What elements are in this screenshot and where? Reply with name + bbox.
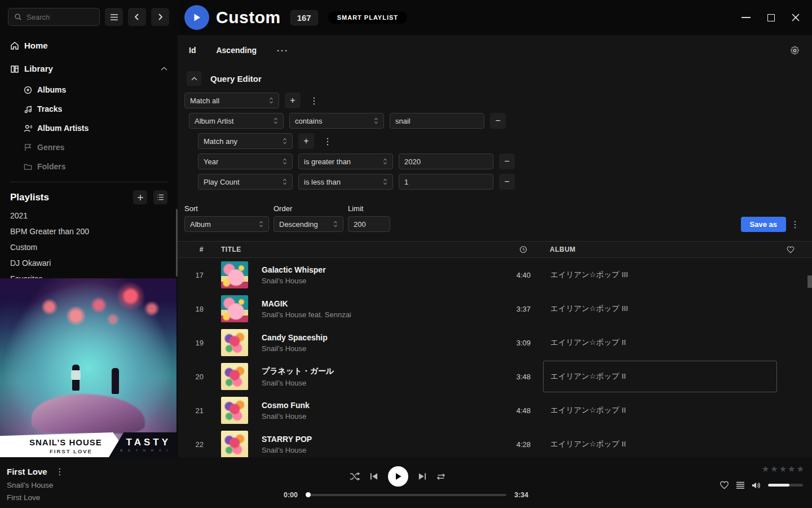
- add-group-rule-button[interactable]: +: [298, 133, 314, 149]
- sidebar-item-folders[interactable]: Folders: [0, 157, 178, 176]
- nav-back-button[interactable]: [128, 8, 146, 26]
- group-rule1-operator-select[interactable]: is greater than: [298, 154, 393, 169]
- sort-order-button[interactable]: Ascending: [216, 46, 257, 55]
- order-select[interactable]: Descending: [273, 216, 343, 232]
- seek-knob[interactable]: [306, 492, 311, 497]
- table-scrollbar[interactable]: [807, 275, 812, 288]
- settings-gear-button[interactable]: [790, 46, 800, 55]
- duration-clock-icon[interactable]: [519, 246, 531, 253]
- menu-button[interactable]: [105, 8, 123, 26]
- next-button[interactable]: [418, 472, 426, 480]
- rating-stars[interactable]: ★★★★★: [720, 464, 804, 474]
- queue-button[interactable]: [736, 481, 745, 489]
- track-title[interactable]: Cosmo Funk: [262, 401, 497, 410]
- album-art-thumb[interactable]: [221, 363, 248, 390]
- sidebar-item-album-artists[interactable]: Album Artists: [0, 119, 178, 138]
- sort-field-button[interactable]: Id: [189, 46, 196, 55]
- add-rule-button[interactable]: +: [285, 93, 301, 108]
- sidebar-item-library[interactable]: Library: [0, 57, 178, 80]
- track-artist[interactable]: Snail’s House: [262, 446, 497, 454]
- sidebar-item-home[interactable]: Home: [0, 34, 178, 57]
- search-box[interactable]: [8, 8, 100, 26]
- playlist-item[interactable]: DJ Okawari: [0, 255, 178, 271]
- close-button[interactable]: [787, 9, 804, 26]
- sidebar-item-albums[interactable]: Albums: [0, 80, 178, 99]
- track-title[interactable]: Galactic Whisper: [262, 265, 497, 274]
- column-header-title[interactable]: TITLE: [211, 246, 497, 253]
- favorite-column-icon[interactable]: [787, 246, 812, 253]
- star-icon[interactable]: ★: [797, 464, 804, 474]
- album-art-thumb[interactable]: [221, 261, 248, 288]
- star-icon[interactable]: ★: [788, 464, 795, 474]
- table-row[interactable]: 19 Candy Spaceship Snail’s House 3:09 エイ…: [178, 326, 812, 360]
- table-row[interactable]: 17 Galactic Whisper Snail’s House 4:40 エ…: [178, 258, 812, 292]
- album-cell[interactable]: エイリアン☆ポップ II: [543, 327, 777, 358]
- toolbar-more-button[interactable]: ···: [277, 46, 289, 55]
- save-as-button[interactable]: Save as: [741, 217, 786, 232]
- table-row[interactable]: 18 MAGIK Snail’s House feat. Sennzai 3:3…: [178, 292, 812, 326]
- track-artist[interactable]: Snail’s House: [262, 412, 497, 421]
- rule-operator-select[interactable]: contains: [289, 113, 384, 129]
- save-menu-button[interactable]: ⋮: [789, 217, 801, 232]
- album-cell[interactable]: エイリアン☆ポップ II: [543, 361, 777, 392]
- track-title[interactable]: MAGIK: [262, 299, 497, 308]
- playlist-item[interactable]: 2021: [0, 208, 178, 224]
- minimize-button[interactable]: [738, 9, 754, 26]
- album-cell[interactable]: エイリアン☆ポップ II: [543, 428, 777, 457]
- now-playing-menu-button[interactable]: ⋮: [55, 466, 64, 477]
- remove-rule-button[interactable]: −: [490, 113, 506, 129]
- track-title[interactable]: プラネット・ガール: [262, 366, 497, 376]
- remove-group-rule2-button[interactable]: −: [499, 174, 515, 190]
- playlist-item[interactable]: BPM Greater than 200: [0, 224, 178, 239]
- play-button[interactable]: [388, 466, 408, 487]
- album-cell[interactable]: エイリアン☆ポップ III: [543, 259, 777, 291]
- track-artist[interactable]: Snail’s House: [262, 344, 497, 353]
- limit-input[interactable]: [348, 216, 390, 232]
- add-playlist-button[interactable]: [133, 190, 147, 204]
- now-playing-album[interactable]: First Love: [7, 493, 169, 502]
- group-rule2-field-select[interactable]: Play Count: [198, 174, 293, 190]
- table-row[interactable]: 22 STARRY POP Snail’s House 4:28 エイリアン☆ポ…: [178, 427, 812, 457]
- shuffle-button[interactable]: [350, 472, 360, 481]
- rule-field-select[interactable]: Album Artist: [189, 113, 284, 129]
- playlist-item[interactable]: Custom: [0, 239, 178, 255]
- rule-menu-button[interactable]: ⋮: [306, 93, 322, 108]
- sort-select[interactable]: Album: [184, 216, 269, 232]
- maximize-button[interactable]: [762, 9, 779, 26]
- track-artist[interactable]: Snail’s House: [262, 277, 497, 285]
- album-cell[interactable]: エイリアン☆ポップ II: [543, 395, 777, 426]
- group-rule1-field-select[interactable]: Year: [198, 154, 293, 169]
- seek-bar[interactable]: [306, 494, 506, 496]
- track-title[interactable]: STARRY POP: [262, 435, 497, 444]
- playlist-list-button[interactable]: [153, 190, 167, 204]
- volume-icon[interactable]: [752, 481, 761, 489]
- volume-slider[interactable]: [768, 484, 803, 487]
- column-header-album[interactable]: ALBUM: [543, 246, 777, 253]
- album-cell[interactable]: エイリアン☆ポップ III: [543, 293, 777, 325]
- previous-button[interactable]: [370, 472, 378, 480]
- nav-forward-button[interactable]: [151, 8, 169, 26]
- track-artist[interactable]: Snail’s House feat. Sennzai: [262, 310, 497, 319]
- play-playlist-button[interactable]: [184, 5, 209, 30]
- group-rule1-value-input[interactable]: [399, 154, 493, 169]
- star-icon[interactable]: ★: [762, 464, 769, 474]
- repeat-button[interactable]: [436, 472, 446, 481]
- sidebar-item-tracks[interactable]: Tracks: [0, 99, 178, 119]
- track-artist[interactable]: Snail’s House: [262, 379, 497, 387]
- group-rule2-operator-select[interactable]: is less than: [298, 174, 393, 190]
- remove-group-rule1-button[interactable]: −: [499, 154, 515, 169]
- album-art-thumb[interactable]: [221, 431, 248, 457]
- rule-value-input[interactable]: [390, 113, 484, 129]
- table-row[interactable]: 20 プラネット・ガール Snail’s House 3:48 エイリアン☆ポッ…: [178, 360, 812, 393]
- chevron-up-icon[interactable]: [161, 67, 167, 71]
- group-menu-button[interactable]: ⋮: [320, 133, 336, 149]
- table-row[interactable]: 21 Cosmo Funk Snail’s House 4:48 エイリアン☆ポ…: [178, 393, 812, 427]
- track-title[interactable]: Candy Spaceship: [262, 333, 497, 342]
- star-icon[interactable]: ★: [779, 464, 787, 474]
- album-art-thumb[interactable]: [221, 329, 248, 356]
- search-input[interactable]: [27, 13, 89, 21]
- album-art-thumb[interactable]: [221, 295, 248, 322]
- album-art-thumb[interactable]: [221, 397, 248, 424]
- favorite-heart-button[interactable]: [720, 481, 729, 489]
- group-rule2-value-input[interactable]: [399, 174, 493, 190]
